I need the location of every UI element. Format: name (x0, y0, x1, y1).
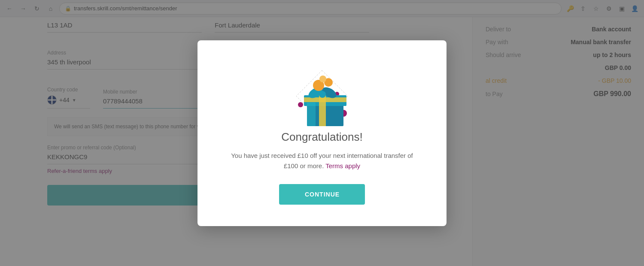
terms-link[interactable]: Terms apply (325, 162, 360, 169)
modal-title: Congratulations! (281, 130, 362, 144)
gift-illustration (288, 62, 356, 130)
svg-rect-14 (307, 103, 316, 126)
modal-overlay: Congratulations! You have just received … (0, 0, 644, 266)
svg-rect-7 (304, 97, 346, 102)
svg-point-10 (319, 91, 326, 98)
svg-point-0 (298, 102, 303, 107)
continue-button[interactable]: CONTINUE (279, 184, 365, 205)
svg-point-13 (319, 76, 326, 82)
modal-dialog: Congratulations! You have just received … (197, 40, 447, 226)
modal-body: You have just received £10 off your next… (223, 151, 421, 171)
